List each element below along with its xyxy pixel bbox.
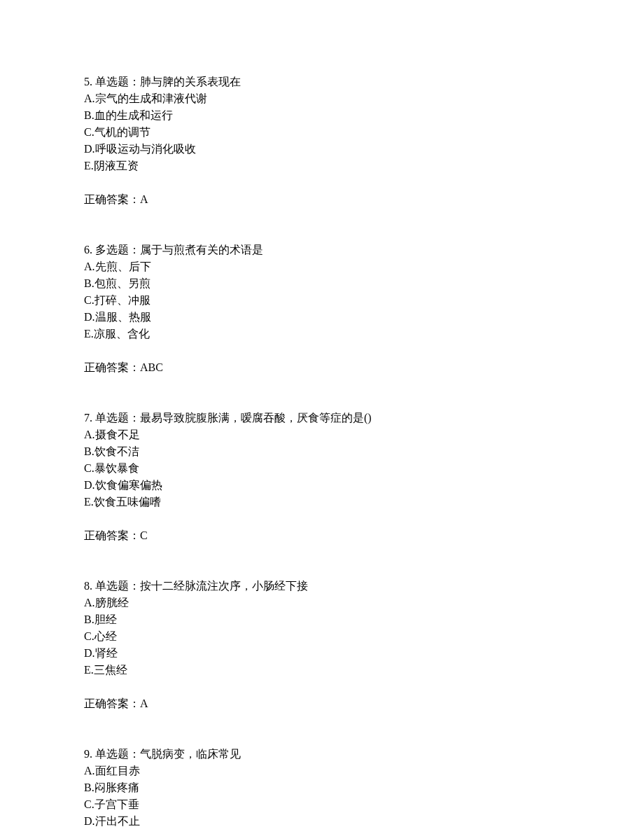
option-a: A.宗气的生成和津液代谢 xyxy=(84,90,560,107)
question-8: 8. 单选题：按十二经脉流注次序，小肠经下接 A.膀胱经 B.胆经 C.心经 D… xyxy=(84,578,560,712)
option-b: B.血的生成和运行 xyxy=(84,107,560,124)
question-stem: 5. 单选题：肺与脾的关系表现在 xyxy=(84,74,560,90)
question-text: 属于与煎煮有关的术语是 xyxy=(140,244,263,256)
option-c: C.暴饮暴食 xyxy=(84,460,560,477)
option-c: C.子宫下垂 xyxy=(84,796,560,813)
option-c: C.打碎、冲服 xyxy=(84,292,560,309)
option-d: D.呼吸运动与消化吸收 xyxy=(84,141,560,158)
question-stem: 7. 单选题：最易导致脘腹胀满，嗳腐吞酸，厌食等症的是() xyxy=(84,410,560,426)
option-e: E.阴液互资 xyxy=(84,158,560,174)
answer-value: A xyxy=(140,193,148,205)
question-text: 肺与脾的关系表现在 xyxy=(140,76,241,88)
question-stem: 9. 单选题：气脱病变，临床常见 xyxy=(84,746,560,763)
option-e: E.三焦经 xyxy=(84,662,560,679)
answer-line: 正确答案：A xyxy=(84,695,560,712)
option-c: C.心经 xyxy=(84,628,560,645)
option-a: A.先煎、后下 xyxy=(84,258,560,275)
option-d: D.温服、热服 xyxy=(84,309,560,326)
answer-label: 正确答案： xyxy=(84,529,140,541)
answer-label: 正确答案： xyxy=(84,697,140,709)
question-number: 5. xyxy=(84,76,95,88)
question-stem: 6. 多选题：属于与煎煮有关的术语是 xyxy=(84,242,560,258)
question-5: 5. 单选题：肺与脾的关系表现在 A.宗气的生成和津液代谢 B.血的生成和运行 … xyxy=(84,74,560,208)
option-b: B.胆经 xyxy=(84,611,560,628)
option-e: E.饮食五味偏嗜 xyxy=(84,494,560,510)
question-number: 7. xyxy=(84,412,95,424)
question-type: 多选题： xyxy=(95,244,140,256)
question-stem: 8. 单选题：按十二经脉流注次序，小肠经下接 xyxy=(84,578,560,595)
option-d: D.汗出不止 xyxy=(84,813,560,830)
option-a: A.膀胱经 xyxy=(84,595,560,611)
option-d: D.饮食偏寒偏热 xyxy=(84,477,560,494)
answer-line: 正确答案：ABC xyxy=(84,359,560,376)
option-c: C.气机的调节 xyxy=(84,124,560,141)
answer-line: 正确答案：A xyxy=(84,191,560,208)
option-b: B.闷胀疼痛 xyxy=(84,779,560,796)
question-number: 8. xyxy=(84,580,95,592)
answer-value: A xyxy=(140,697,148,709)
question-type: 单选题： xyxy=(95,580,140,592)
answer-label: 正确答案： xyxy=(84,193,140,205)
option-b: B.包煎、另煎 xyxy=(84,275,560,292)
question-text: 按十二经脉流注次序，小肠经下接 xyxy=(140,580,308,592)
answer-label: 正确答案： xyxy=(84,361,140,373)
option-a: A.摄食不足 xyxy=(84,426,560,443)
question-type: 单选题： xyxy=(95,748,140,760)
option-d: D.肾经 xyxy=(84,645,560,662)
question-7: 7. 单选题：最易导致脘腹胀满，嗳腐吞酸，厌食等症的是() A.摄食不足 B.饮… xyxy=(84,410,560,544)
answer-line: 正确答案：C xyxy=(84,527,560,544)
question-number: 9. xyxy=(84,748,95,760)
question-text: 气脱病变，临床常见 xyxy=(140,748,241,760)
option-b: B.饮食不洁 xyxy=(84,443,560,460)
question-type: 单选题： xyxy=(95,76,140,88)
question-number: 6. xyxy=(84,244,95,256)
answer-value: ABC xyxy=(140,361,163,373)
question-6: 6. 多选题：属于与煎煮有关的术语是 A.先煎、后下 B.包煎、另煎 C.打碎、… xyxy=(84,242,560,376)
answer-value: C xyxy=(140,529,148,541)
question-9: 9. 单选题：气脱病变，临床常见 A.面红目赤 B.闷胀疼痛 C.子宫下垂 D.… xyxy=(84,746,560,830)
option-a: A.面红目赤 xyxy=(84,763,560,779)
question-text: 最易导致脘腹胀满，嗳腐吞酸，厌食等症的是() xyxy=(140,412,372,424)
question-type: 单选题： xyxy=(95,412,140,424)
option-e: E.凉服、含化 xyxy=(84,326,560,342)
